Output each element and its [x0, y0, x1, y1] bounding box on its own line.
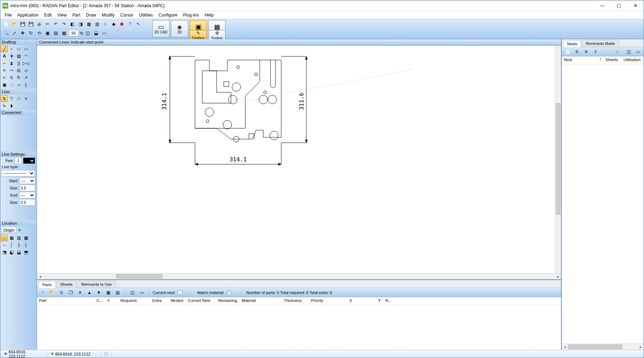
parts-grid-icon[interactable]: ▦ [105, 289, 112, 296]
menu-file[interactable]: File [2, 12, 14, 18]
nest-new-icon[interactable]: 📄 [564, 48, 571, 55]
snap-perp-icon[interactable]: ─ [1, 242, 8, 248]
scale-tool-icon[interactable]: ↗ [23, 74, 29, 81]
pen-input[interactable] [15, 157, 22, 164]
magnet-icon[interactable]: ∩ [102, 20, 109, 28]
nest-export-icon[interactable]: ⇪ [592, 48, 599, 55]
menu-part[interactable]: Part [70, 12, 83, 18]
arc-tool-icon[interactable]: ◠ [23, 53, 29, 59]
trim-tool-icon[interactable]: ✕ [1, 67, 8, 74]
match-material-checkbox[interactable] [227, 290, 231, 295]
mode-3d-button[interactable]: ◈3D [171, 20, 188, 37]
offset-tool-icon[interactable]: )) [15, 60, 22, 66]
linetype-select[interactable]: ──────── [2, 170, 35, 176]
snap-mid-icon[interactable]: ▥ [15, 235, 22, 241]
tool-a-icon[interactable]: ◧ [69, 20, 76, 28]
parts-del-icon[interactable]: ✕ [77, 289, 84, 296]
parts-view2-icon[interactable]: ▭ [138, 289, 145, 296]
col-x[interactable]: X [326, 297, 355, 305]
line-2pt-icon[interactable]: ▽ [8, 95, 15, 102]
origin-button[interactable]: Origin [1, 227, 17, 233]
snap-target-icon[interactable]: ✥ [18, 228, 21, 233]
menu-view[interactable]: View [55, 12, 70, 18]
snap-a-icon[interactable]: ⬔ [1, 249, 8, 256]
menu-application[interactable]: Application [14, 12, 41, 18]
nest-info-icon[interactable]: ⚠ [613, 48, 621, 55]
nests-grid-body[interactable] [562, 64, 644, 344]
snap-grid-icon[interactable]: ▦ [8, 235, 15, 241]
extend-tool-icon[interactable]: ⤳ [8, 67, 15, 74]
parts-down-icon[interactable]: ▼ [95, 289, 102, 296]
open-icon[interactable]: 📂 [11, 20, 18, 28]
minimize-button[interactable]: — [594, 0, 611, 11]
rotate-tool-icon[interactable]: ↻ [15, 74, 22, 81]
join-tool-icon[interactable]: ◇ [23, 67, 29, 74]
menu-cursor[interactable]: Cursor [117, 12, 136, 18]
menu-edit[interactable]: Edit [41, 12, 55, 18]
saveas-icon[interactable]: 💾 [27, 20, 34, 28]
end-cap-select[interactable]: — [19, 192, 35, 198]
col-thickness[interactable]: Thickness [275, 297, 304, 305]
zoom-ext-icon[interactable]: ▣ [44, 29, 51, 37]
line-tan-icon[interactable]: ◗ [8, 102, 15, 109]
tool-f-icon[interactable]: ⬣ [118, 20, 125, 28]
snap-c-icon[interactable]: ⬓ [15, 249, 22, 256]
canvas-scrollbar-vertical[interactable] [555, 46, 561, 273]
col-extra[interactable]: Extra [139, 297, 164, 305]
tool-e-icon[interactable]: ◆ [110, 20, 117, 28]
parts-up-icon[interactable]: ▲ [86, 289, 93, 296]
fillet-tool-icon[interactable]: ⌐ [1, 60, 8, 66]
pan-icon[interactable]: ✥ [19, 29, 26, 37]
circle-tool-icon[interactable]: ○ [8, 46, 15, 52]
col-nested[interactable]: Nested [164, 297, 186, 305]
zoom-prev-icon[interactable]: ⟲ [36, 29, 43, 37]
tab-remnants-made[interactable]: Remnants Made [582, 40, 619, 47]
line-rect-icon[interactable]: □ [15, 95, 22, 102]
snap-b-icon[interactable]: ⬕ [8, 249, 15, 256]
tab-nests[interactable]: Nests [563, 40, 581, 47]
line-connected-icon[interactable]: ↯ [1, 95, 8, 102]
mirror-tool-icon[interactable]: ▷◁ [23, 60, 29, 66]
chamfer-tool-icon[interactable]: ⧗ [8, 60, 15, 66]
tab-sheets[interactable]: Sheets [56, 281, 77, 288]
array-tool-icon[interactable]: ▣ [1, 82, 8, 88]
canvas-scrollbar-horizontal[interactable]: ◂▸ [37, 273, 561, 279]
grid-icon[interactable]: ▦ [60, 29, 68, 37]
col-current-nest[interactable]: Current Nest [186, 297, 214, 305]
dim-tool-icon[interactable]: ┿ [8, 53, 15, 59]
snap-tan-icon[interactable]: ├ [15, 242, 22, 248]
redo-icon[interactable]: ↷ [60, 20, 68, 28]
snap-vert-icon[interactable]: │ [8, 242, 15, 248]
nest-dup-icon[interactable]: ⎘ [573, 48, 580, 55]
nest-del-icon[interactable]: ✕ [583, 48, 590, 55]
parts-copy-icon[interactable]: ❐ [67, 289, 74, 296]
tab-parts[interactable]: Parts [38, 281, 56, 288]
col-part[interactable]: Part [37, 297, 94, 305]
cursor-icon[interactable]: ↖ [135, 20, 142, 28]
help-icon[interactable]: ? [126, 20, 134, 28]
hatch-tool-icon[interactable]: ▨ [15, 53, 22, 59]
col-n[interactable]: N... [383, 297, 394, 305]
tab-remnants[interactable]: Remnants to Use [77, 281, 116, 288]
rect-tool-icon[interactable]: ▭ [23, 46, 29, 52]
tool-d-icon[interactable]: ▥ [93, 20, 101, 28]
tool-b-icon[interactable]: ◨ [77, 20, 84, 28]
refresh-icon[interactable]: ↻ [27, 29, 34, 37]
snap-d-icon[interactable]: ⬒ [23, 249, 29, 256]
col-alert[interactable]: ! [598, 56, 603, 64]
print-icon[interactable]: 🖨 [36, 20, 43, 28]
parts-add-icon[interactable]: ＋ [39, 289, 46, 296]
pen-color-select[interactable] [23, 157, 35, 164]
start-cap-select[interactable]: — [19, 178, 35, 184]
view-split-v-icon[interactable]: ⬓ [93, 29, 100, 37]
new-icon[interactable]: 📄 [3, 20, 10, 28]
col-c[interactable]: C... [94, 297, 105, 305]
break-tool-icon[interactable]: ⊟ [15, 67, 22, 74]
parts-view1-icon[interactable]: ◫ [129, 289, 136, 296]
line-perp-icon[interactable]: ↳ [1, 102, 8, 109]
line-tool-icon[interactable]: ╱ [1, 46, 8, 52]
col-utilisation[interactable]: Utilisation [621, 56, 644, 64]
col-sheets[interactable]: Sheets [603, 56, 621, 64]
tool-c-icon[interactable]: ▦ [85, 20, 92, 28]
parts-grid-body[interactable] [37, 305, 561, 350]
